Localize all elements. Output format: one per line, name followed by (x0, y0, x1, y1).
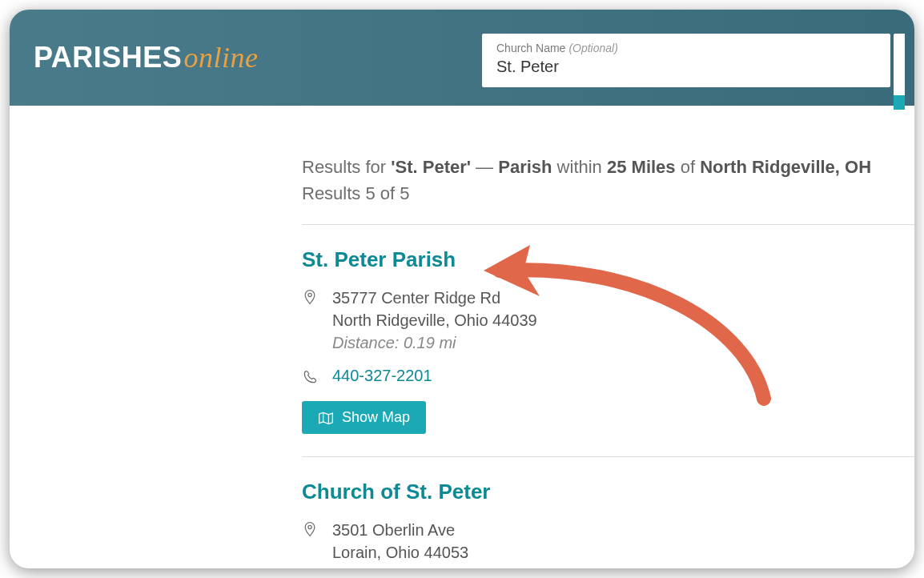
svg-point-1 (308, 525, 311, 528)
result-title-link[interactable]: St. Peter Parish (302, 247, 914, 272)
phone-icon (302, 369, 318, 385)
header-bar: PARISHES online Church Name (Optional) (10, 10, 914, 106)
phone-row: 440-327-2201 (302, 367, 914, 385)
address-line2: Lorain, Ohio 44053 (332, 541, 468, 564)
logo[interactable]: PARISHES online (34, 41, 258, 74)
result-title-link[interactable]: Church of St. Peter (302, 480, 914, 504)
distance-text: Distance: 9.14 mi (332, 564, 468, 568)
distance-text: Distance: 0.19 mi (332, 331, 537, 354)
result-item: St. Peter Parish 35777 Center Ridge Rd N… (302, 225, 914, 456)
summary-query: 'St. Peter' (391, 157, 471, 177)
search-label: Church Name (Optional) (496, 42, 876, 54)
address-line1: 35777 Center Ridge Rd (332, 287, 537, 309)
show-map-button[interactable]: Show Map (302, 401, 426, 434)
location-pin-icon (302, 521, 318, 537)
svg-point-0 (308, 293, 311, 296)
address-text: 35777 Center Ridge Rd North Ridgeville, … (332, 287, 537, 354)
summary-radius: 25 Miles (607, 157, 676, 177)
summary-type: Parish (498, 157, 552, 177)
address-line2: North Ridgeville, Ohio 44039 (332, 309, 537, 331)
show-map-label: Show Map (342, 409, 410, 426)
search-box: Church Name (Optional) (482, 34, 890, 87)
search-button-partial[interactable] (894, 34, 905, 110)
search-label-optional: (Optional) (568, 42, 617, 54)
map-icon (318, 411, 334, 425)
results-content: Results for 'St. Peter' — Parish within … (10, 106, 914, 568)
results-summary: Results for 'St. Peter' — Parish within … (302, 154, 914, 207)
location-pin-icon (302, 289, 318, 305)
result-item: Church of St. Peter 3501 Oberlin Ave Lor… (302, 457, 914, 568)
phone-link[interactable]: 440-327-2201 (332, 367, 432, 385)
address-text: 3501 Oberlin Ave Lorain, Ohio 44053 Dist… (332, 519, 468, 568)
address-line1: 3501 Oberlin Ave (332, 519, 468, 541)
address-row: 35777 Center Ridge Rd North Ridgeville, … (302, 287, 914, 354)
search-label-text: Church Name (496, 42, 565, 54)
address-row: 3501 Oberlin Ave Lorain, Ohio 44053 Dist… (302, 519, 914, 568)
logo-text-online: online (183, 41, 258, 74)
summary-location: North Ridgeville, OH (700, 157, 871, 177)
app-window: PARISHES online Church Name (Optional) R… (10, 10, 914, 568)
summary-count: Results 5 of 5 (302, 183, 410, 203)
logo-text-parishes: PARISHES (34, 41, 182, 74)
search-input[interactable] (496, 58, 876, 76)
